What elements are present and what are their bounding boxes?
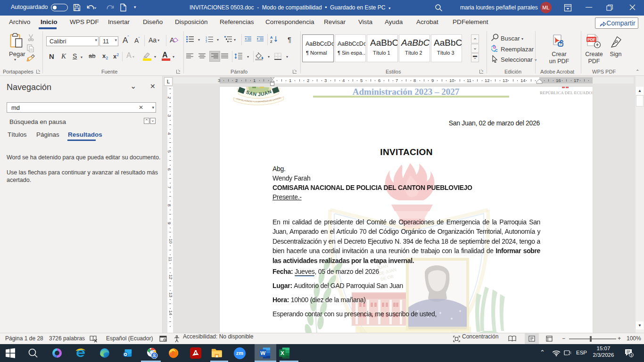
svg-text:c: c bbox=[495, 48, 498, 52]
svg-text:X: X bbox=[281, 350, 284, 356]
svg-text:3: 3 bbox=[206, 40, 207, 42]
svg-text:PDF: PDF bbox=[587, 37, 595, 42]
svg-text:Z: Z bbox=[270, 40, 272, 43]
svg-text:3: 3 bbox=[630, 353, 633, 357]
svg-text:W: W bbox=[260, 350, 265, 356]
